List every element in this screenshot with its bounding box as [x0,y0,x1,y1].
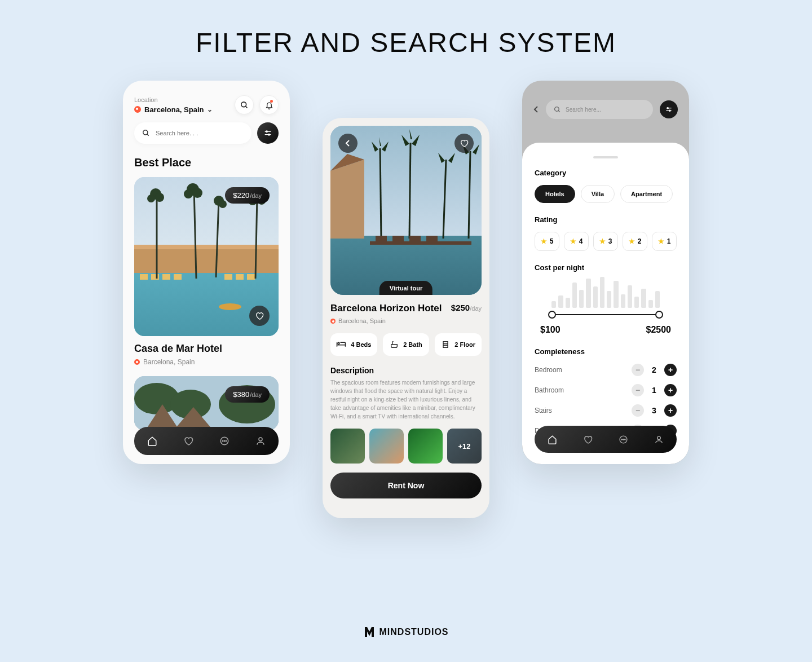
svg-point-26 [192,188,202,198]
rating-chip[interactable]: ★5 [535,232,559,251]
pin-icon [134,106,141,113]
filter-button[interactable] [660,100,678,118]
price-min: $100 [540,325,561,335]
rating-chip[interactable]: ★3 [593,232,618,251]
sheet-handle[interactable] [593,156,618,158]
rating-title: Rating [535,215,677,224]
slider-handle-min[interactable] [548,311,556,319]
svg-point-42 [259,438,262,441]
chat-icon[interactable] [619,435,628,444]
star-icon: ★ [629,237,635,245]
back-button[interactable] [338,134,358,153]
rating-chip[interactable]: ★2 [623,232,647,251]
svg-point-0 [241,101,246,107]
svg-rect-13 [162,274,170,280]
heart-icon [460,139,469,148]
hero-image-wrapper: Virtual tour [330,126,482,295]
thumb[interactable] [330,429,365,464]
hotel-card[interactable]: $380/day [134,376,279,430]
svg-rect-15 [224,274,232,280]
thumb-more[interactable]: +12 [447,429,482,464]
search-input[interactable] [156,130,244,136]
plus-button[interactable]: + [664,364,677,376]
home-icon[interactable] [548,435,557,444]
favorite-button[interactable] [249,306,270,326]
user-icon[interactable] [654,435,664,444]
user-icon[interactable] [255,436,266,446]
minus-button[interactable]: − [632,404,644,417]
svg-rect-54 [426,236,438,241]
svg-rect-17 [247,274,255,280]
svg-point-65 [621,439,622,439]
category-chip[interactable]: Villa [581,185,615,203]
rating-chip[interactable]: ★4 [564,232,589,251]
svg-rect-50 [370,241,471,245]
chevron-left-icon [345,139,351,147]
plus-button[interactable]: + [664,404,677,417]
plus-button[interactable]: + [664,384,677,396]
slider-handle-max[interactable] [655,311,663,319]
virtual-tour-button[interactable]: Virtual tour [379,281,433,295]
pin-icon [134,359,140,365]
feature-floor: 2 Floor [435,333,482,356]
chat-icon[interactable] [219,436,230,446]
search-icon [240,101,249,109]
svg-rect-51 [376,236,387,241]
search-input-wrapper[interactable] [134,122,251,144]
hotel-location: Barcelona, Spain [330,317,482,324]
stepper-bathroom: Bathroom−1+ [535,384,677,396]
back-button[interactable] [533,105,539,113]
svg-point-66 [623,439,624,439]
building-icon [441,340,450,349]
notifications-button[interactable] [259,95,279,114]
svg-point-68 [657,436,661,439]
svg-point-24 [147,195,155,202]
rent-button[interactable]: Rent Now [330,473,482,498]
svg-line-46 [380,148,381,239]
chevron-left-icon [533,105,539,113]
category-title: Category [535,169,677,177]
minus-button[interactable]: − [632,384,644,396]
cost-title: Cost per night [535,263,677,272]
search-icon-button[interactable] [235,95,254,114]
svg-point-2 [143,130,148,135]
price-slider[interactable] [549,309,662,320]
rating-chip[interactable]: ★1 [652,232,677,251]
svg-line-59 [558,111,560,112]
location-value[interactable]: Barcelona, Spain ⌄ [134,105,235,114]
stepper-value: 2 [651,365,657,374]
location-label: Location [134,96,235,103]
svg-point-61 [667,108,668,109]
svg-point-7 [268,134,270,135]
svg-point-39 [222,440,223,442]
pin-icon [330,319,336,324]
hotel-location: Barcelona, Spain [134,358,279,366]
stepper-value: 3 [651,406,657,415]
thumb[interactable] [369,429,404,464]
screen-home: Location Barcelona, Spain ⌄ Best Place [123,81,290,464]
section-title: Best Place [134,156,279,169]
brand-logo-icon [364,626,375,638]
heart-icon[interactable] [583,435,593,444]
price-histogram [535,280,677,308]
favorite-button[interactable] [454,134,474,153]
home-icon[interactable] [147,436,157,446]
hotel-card[interactable]: $220/day [134,177,279,336]
heart-icon[interactable] [183,436,193,446]
svg-rect-52 [392,236,404,241]
minus-button[interactable]: − [632,364,644,376]
bath-icon [390,340,399,349]
svg-rect-12 [151,274,159,280]
search-input[interactable]: Search here... [546,100,653,119]
hotel-name: Barcelona Horizon Hotel [330,303,442,314]
category-chip[interactable]: Apartment [620,185,673,203]
svg-rect-16 [236,274,244,280]
filter-button[interactable] [257,122,279,144]
svg-line-1 [245,106,247,108]
svg-point-29 [219,200,227,208]
svg-point-40 [224,440,225,442]
category-chip[interactable]: Hotels [535,185,575,203]
svg-point-67 [625,439,625,439]
stepper-stairs: Stairs−3+ [535,404,677,417]
thumb[interactable] [408,429,443,464]
